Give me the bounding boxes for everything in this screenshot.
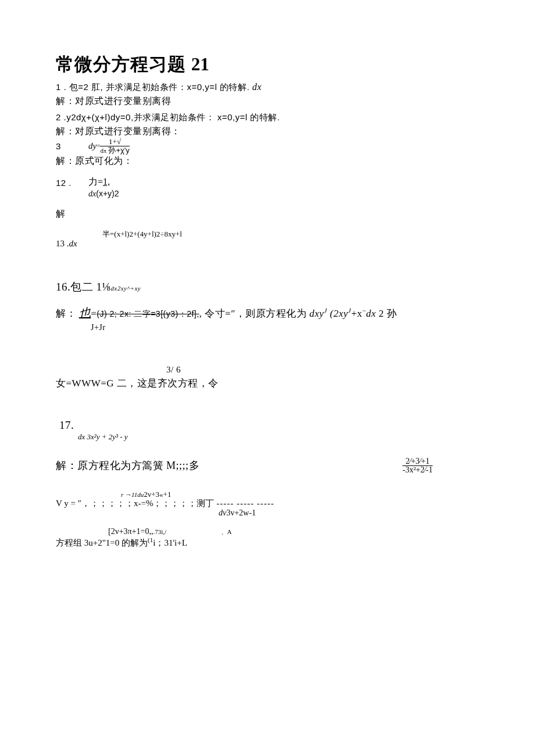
problem-17-fraction: 2⁄+3⁄+1 -3x²+2⁄-1 xyxy=(402,458,433,474)
problem-3-dy: dy xyxy=(88,141,97,151)
vy-text: V y = ″，；；；；；x-=%；；；；；测丁 xyxy=(56,499,216,508)
problem-16-tail: dx2xy^+xy xyxy=(110,285,141,292)
problem-1-dx: dx xyxy=(252,82,262,92)
dx2: dx xyxy=(366,308,376,319)
problem-12-one: 1, xyxy=(103,177,110,187)
problem-12-denom: (x+y)2 xyxy=(96,189,119,198)
problem-12-eq: 力= xyxy=(88,177,103,187)
problem-12-solution: 解 xyxy=(56,207,479,221)
problem-17-header: 17. dx 3x²y + 2y³ - y xyxy=(56,418,479,442)
title-number: 21 xyxy=(191,54,209,74)
plusx: +x xyxy=(351,308,362,319)
problem-1: 1 . 包=2 肛, 并求满足初始条件：x=0,y=l 的特解. dx xyxy=(56,80,479,94)
problem-16-jjr: J+Jr xyxy=(56,321,479,335)
dashes-icon: ----- ----- ----- xyxy=(216,499,274,508)
frac-bot-17: -3x²+2⁄-1 xyxy=(402,466,433,474)
frac-top: 1+√ xyxy=(100,138,129,146)
problem-17-solution-row: 解：原方程化为方篙簧 M;;;;多 2⁄+3⁄+1 -3x²+2⁄-1 xyxy=(56,458,479,474)
braces-text: [2v+3π+1=0,, xyxy=(108,527,153,536)
problem-3-fraction: 1+√ dx 孙+χ'y xyxy=(100,138,129,154)
last-text: 方程组 3u+2"1=0 的解为 xyxy=(56,538,148,547)
sub73i: .73i,/ xyxy=(153,528,166,535)
sol-label: 解： xyxy=(56,308,76,319)
problem-1-solution: 解：对原式进行变量别离得 xyxy=(56,94,479,108)
problem-17-denom: dx 3x²y + 2y³ - y xyxy=(56,432,479,442)
arrow-rest: 2v+3«+1 xyxy=(144,490,171,499)
dv-rest: 3v+2w-1 xyxy=(226,508,256,517)
frac-top-17: 2⁄+3⁄+1 xyxy=(402,458,433,466)
problem-12: 12 . 力=1, dx(x+y)2 xyxy=(56,176,479,199)
problem-1-text: 1 . 包=2 肛, 并求满足初始条件：x=0,y=l 的特解. xyxy=(56,82,252,92)
dv: dv xyxy=(219,508,226,517)
problem-17-sol: 解：原方程化为方篙簧 M;;;;多 xyxy=(56,458,199,472)
document-page: 常微分方程习题 21 1 . 包=2 肛, 并求满足初始条件：x=0,y=l 的… xyxy=(0,0,535,756)
frac-bottom: dx 孙+χ'y xyxy=(100,146,129,154)
tail2: 2 孙 xyxy=(376,308,397,319)
problem-2: 2 .y2dχ+(χ+l)dy=0,并求满足初始条件： x=0,y=l 的特解. xyxy=(56,110,479,124)
dx-small: dx xyxy=(100,147,106,154)
problem-16-text: 16.包二 1⅛ xyxy=(56,281,110,293)
arrow-text: r →11du xyxy=(121,491,144,498)
paren2: (2xy xyxy=(327,308,348,319)
last-sup: (1 xyxy=(148,536,153,543)
problem-12-body: 力=1, dx(x+y)2 xyxy=(88,176,119,199)
problem-16-www: 女=WWW=G 二，这是齐次方程，令 xyxy=(56,377,479,390)
problem-13-dx: dx xyxy=(69,239,77,248)
problem-16-36: 3/ 6 xyxy=(56,363,479,377)
last-text2: i；31'i+L xyxy=(153,538,187,547)
problem-16: 16.包二 1⅛dx2xy^+xy xyxy=(56,280,479,295)
problem-13: 半=(x+l)2+(4y+l)2÷8xy+l 13 .dx xyxy=(56,229,479,252)
problem-3-solution: 解：原式可化为： xyxy=(56,154,479,168)
problem-17-number: 17. xyxy=(56,419,74,431)
rest-text: , 令寸=″，则原方程化为 xyxy=(199,308,309,319)
problem-12-dx: dx xyxy=(88,189,96,198)
frac-bottom-text: 孙+χ'y xyxy=(108,146,129,155)
page-title: 常微分方程习题 21 xyxy=(56,52,479,77)
title-text: 常微分方程习题 xyxy=(56,54,186,74)
problem-13-top: 半=(x+l)2+(4y+l)2÷8xy+l xyxy=(102,229,182,239)
problem-17-mid: r →11du2v+3«+1 V y = ″，；；；；；x-=%；；；；；测丁 … xyxy=(56,490,479,519)
problem-3-number: 3 xyxy=(56,139,88,153)
problem-3: 3 dy = 1+√ dx 孙+χ'y xyxy=(56,138,479,154)
problem-17-end: [2v+3π+1=0,,.73i,/ 、A 方程组 3u+2"1=0 的解为(1… xyxy=(56,527,479,550)
problem-2-solution: 解：对原式进行变量别离得： xyxy=(56,124,479,138)
struck-text: (J) 2; 2x: 二字=3[(y3)：2f], xyxy=(97,309,199,318)
problem-12-number: 12 . xyxy=(56,176,88,190)
problem-16-solution-line1: 解： 也=(J) 2; 2x: 二字=3[(y3)：2f],, 令寸=″，则原方… xyxy=(56,303,479,321)
dxy: dxy xyxy=(309,308,324,319)
problem-13-number: 13 . xyxy=(56,239,69,248)
tiny-a: 、A xyxy=(169,528,232,535)
ye-icon: 也 xyxy=(79,306,91,319)
eq-sign: = xyxy=(91,308,97,319)
